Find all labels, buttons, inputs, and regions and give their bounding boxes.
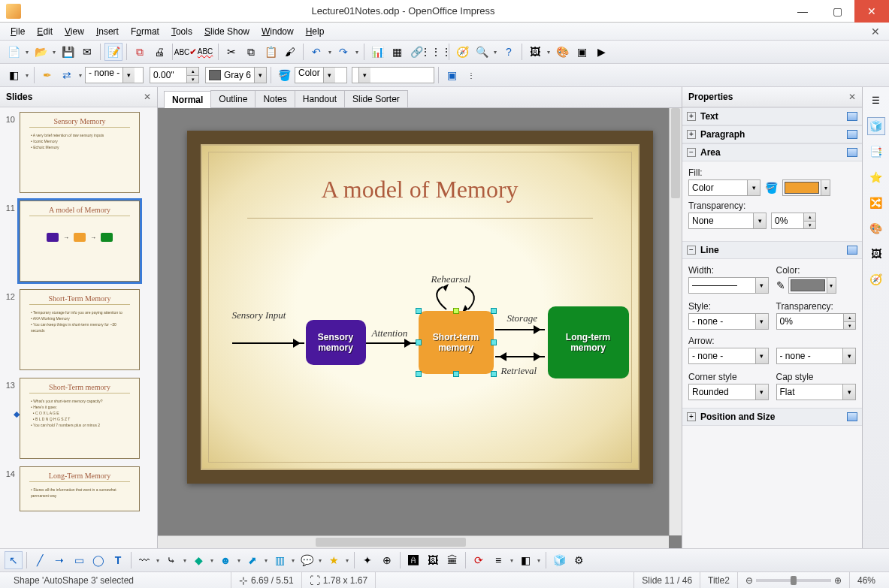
line-width-spinner[interactable]: ▴▾	[150, 67, 199, 83]
line-color-combo[interactable]: Gray 6▾	[205, 67, 267, 83]
basic-shapes-tool[interactable]: ◆	[189, 551, 207, 569]
connector-tool[interactable]: ⤷	[162, 551, 180, 569]
curve-dropdown[interactable]: ▾	[155, 557, 161, 564]
slide-thumb[interactable]: 11 A model of Memory → →	[5, 201, 153, 282]
open-dropdown[interactable]: ▾	[51, 49, 57, 56]
close-document-button[interactable]: ✕	[866, 26, 884, 38]
label-storage[interactable]: Storage	[507, 312, 537, 324]
rectangle-tool[interactable]: ▭	[70, 551, 88, 569]
section-paragraph[interactable]: +Paragraph	[682, 125, 862, 143]
line-tool[interactable]: ╱	[31, 551, 49, 569]
zoom-dropdown[interactable]: ▾	[492, 49, 498, 56]
new-dropdown[interactable]: ▾	[24, 49, 30, 56]
window-close-button[interactable]: ✕	[854, 0, 889, 23]
table-button[interactable]: ▦	[388, 43, 406, 61]
sidebar-gallery-icon[interactable]: 🖼	[867, 245, 885, 263]
zoom-slider[interactable]: ⊖ ⊕	[738, 572, 850, 588]
open-button[interactable]: 📂	[32, 43, 50, 61]
slide-canvas[interactable]: A model of Memory Sensory Input Attentio…	[158, 108, 682, 548]
sidebar-slide-transition-icon[interactable]: 🔀	[867, 194, 885, 212]
slide-thumb[interactable]: 10 Sensory Memory • A very brief retenti…	[5, 112, 153, 193]
gallery-tool[interactable]: 🏛	[443, 551, 461, 569]
paste-button[interactable]: 📋	[262, 43, 280, 61]
menu-edit[interactable]: Edit	[31, 25, 59, 38]
display-grid-button[interactable]: ⋮⋮⋮	[427, 43, 445, 61]
select-tool[interactable]: ↖	[5, 551, 23, 569]
arrow-end-combo[interactable]: - none -▾	[776, 348, 857, 364]
section-position-size[interactable]: +Position and Size	[682, 408, 862, 426]
menu-insert[interactable]: Insert	[90, 25, 125, 38]
basic-shapes-dropdown[interactable]: ▾	[209, 557, 215, 564]
area-tool-icon[interactable]: 🪣	[275, 66, 293, 84]
box-long-term-memory[interactable]: Long-term memory	[548, 306, 629, 378]
tab-handout[interactable]: Handout	[295, 90, 345, 107]
redo-button[interactable]: ↷	[334, 43, 352, 61]
arrow-style-button[interactable]: ⇄	[58, 66, 76, 84]
sidebar-master-pages-icon[interactable]: 📑	[867, 143, 885, 161]
print-button[interactable]: 🖨	[150, 43, 168, 61]
zoom-out-icon[interactable]: ⊖	[745, 575, 753, 586]
text-tool[interactable]: T	[109, 551, 127, 569]
corner-style-combo[interactable]: Rounded▾	[688, 384, 769, 400]
horizontal-scrollbar[interactable]	[158, 535, 669, 548]
arrow-storage[interactable]	[495, 329, 545, 330]
chart-button[interactable]: 📊	[368, 43, 386, 61]
slide-title-text[interactable]: A model of Memory	[202, 176, 638, 204]
fill-type-combo[interactable]: Color▾	[688, 179, 760, 196]
arrange-tool[interactable]: ◧	[516, 551, 534, 569]
slide-layout-button[interactable]: ▣	[573, 43, 591, 61]
arrange-dropdown[interactable]: ▾	[24, 72, 30, 79]
callouts-tool[interactable]: 💬	[298, 551, 316, 569]
transparency-type-combo[interactable]: None▾	[688, 213, 767, 229]
line-transparency-spinner[interactable]: 0%▴▾	[776, 313, 857, 330]
line-width-combo[interactable]: ▾	[688, 277, 769, 294]
fontwork-tool[interactable]: 🅰	[404, 551, 422, 569]
slides-list[interactable]: 10 Sensory Memory • A very brief retenti…	[0, 107, 157, 548]
sidebar-menu-icon[interactable]: ☰	[867, 92, 885, 110]
zoom-in-icon[interactable]: ⊕	[834, 575, 842, 586]
slide-show-button[interactable]: ▶	[592, 43, 610, 61]
arrange-dropdown2[interactable]: ▾	[536, 557, 542, 564]
tab-slide-sorter[interactable]: Slide Sorter	[344, 90, 408, 107]
extrusion-tool[interactable]: 🧊	[550, 551, 568, 569]
points-tool[interactable]: ✦	[358, 551, 376, 569]
sidebar-custom-animation-icon[interactable]: ⭐	[867, 168, 885, 186]
slide-dropdown[interactable]: ▾	[546, 49, 552, 56]
menu-format[interactable]: Format	[125, 25, 165, 38]
block-arrows-dropdown[interactable]: ▾	[263, 557, 269, 564]
box-sensory-memory[interactable]: Sensory memory	[306, 320, 366, 365]
symbol-shapes-tool[interactable]: ☻	[216, 551, 234, 569]
glue-points-tool[interactable]: ⊕	[378, 551, 396, 569]
label-retrieval[interactable]: Retrieval	[501, 365, 537, 377]
shadow-button[interactable]: ▣	[443, 66, 461, 84]
window-icon[interactable]	[847, 148, 857, 157]
slide-thumb[interactable]: 13 Short-Term memory • What's your short…	[5, 378, 153, 459]
autospell-button[interactable]: ABC	[196, 43, 214, 61]
arrow-sensory-input[interactable]	[232, 342, 304, 344]
area-fill-type-combo[interactable]: Color▾	[295, 67, 347, 83]
undo-dropdown[interactable]: ▾	[327, 49, 333, 56]
save-button[interactable]: 💾	[59, 43, 77, 61]
undo-button[interactable]: ↶	[307, 43, 325, 61]
arrow-retrieval[interactable]	[495, 356, 545, 357]
spellcheck-button[interactable]: ABC✔	[177, 43, 195, 61]
slides-panel-close-icon[interactable]: ✕	[144, 92, 151, 102]
stars-tool[interactable]: ★	[325, 551, 343, 569]
alignment-tool[interactable]: ≡	[489, 551, 507, 569]
email-button[interactable]: ✉	[78, 43, 96, 61]
window-icon[interactable]	[847, 130, 857, 139]
window-icon[interactable]	[847, 112, 857, 121]
connector-dropdown[interactable]: ▾	[182, 557, 188, 564]
menu-file[interactable]: File	[5, 25, 31, 38]
slide-thumb[interactable]: 14 Long-Term Memory • Stores all the inf…	[5, 466, 153, 511]
slide[interactable]: A model of Memory Sensory Input Attentio…	[187, 131, 653, 484]
section-text[interactable]: +Text	[682, 107, 862, 125]
zoom-value[interactable]: 46%	[850, 572, 883, 588]
slide-comment-marker[interactable]: ◆	[14, 409, 20, 419]
line-style-combo2[interactable]: - none -▾	[688, 313, 769, 330]
curve-tool[interactable]: 〰	[135, 551, 153, 569]
window-maximize-button[interactable]: ▢	[820, 0, 854, 23]
cap-style-combo[interactable]: Flat▾	[776, 384, 857, 400]
callouts-dropdown[interactable]: ▾	[317, 557, 323, 564]
fill-bucket-icon[interactable]: 🪣	[765, 182, 778, 193]
